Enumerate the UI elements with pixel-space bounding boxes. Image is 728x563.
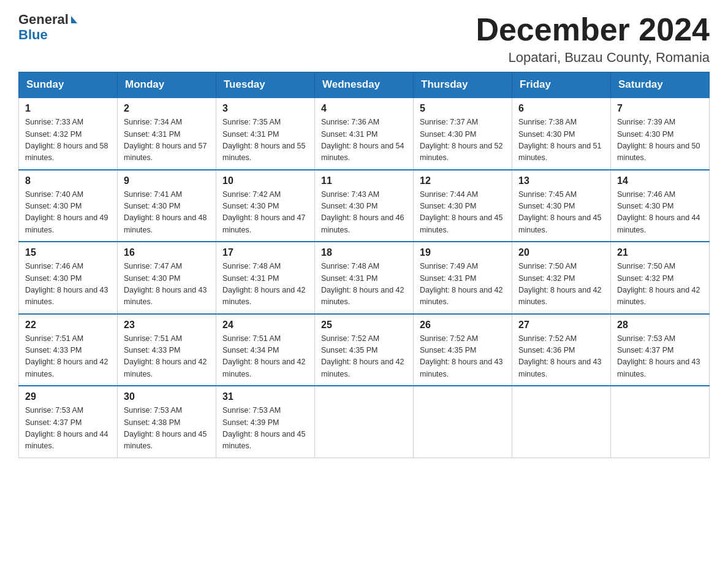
- day-info: Sunrise: 7:42 AMSunset: 4:30 PMDaylight:…: [222, 189, 308, 237]
- day-info: Sunrise: 7:52 AMSunset: 4:35 PMDaylight:…: [420, 333, 506, 381]
- day-info: Sunrise: 7:52 AMSunset: 4:36 PMDaylight:…: [518, 333, 604, 381]
- calendar-cell: 21Sunrise: 7:50 AMSunset: 4:32 PMDayligh…: [611, 242, 710, 314]
- day-number: 3: [222, 103, 308, 114]
- calendar-cell: 12Sunrise: 7:44 AMSunset: 4:30 PMDayligh…: [414, 170, 512, 242]
- calendar-cell: 20Sunrise: 7:50 AMSunset: 4:32 PMDayligh…: [512, 242, 611, 314]
- day-number: 21: [617, 247, 703, 258]
- day-number: 8: [25, 175, 111, 186]
- calendar-cell: 14Sunrise: 7:46 AMSunset: 4:30 PMDayligh…: [611, 170, 710, 242]
- day-info: Sunrise: 7:46 AMSunset: 4:30 PMDaylight:…: [617, 189, 703, 237]
- day-number: 17: [222, 247, 308, 258]
- calendar-cell: [512, 386, 611, 458]
- day-info: Sunrise: 7:33 AMSunset: 4:32 PMDaylight:…: [25, 117, 111, 164]
- week-row-5: 29Sunrise: 7:53 AMSunset: 4:37 PMDayligh…: [19, 386, 710, 458]
- day-info: Sunrise: 7:50 AMSunset: 4:32 PMDaylight:…: [617, 261, 703, 308]
- day-info: Sunrise: 7:37 AMSunset: 4:30 PMDaylight:…: [420, 117, 506, 164]
- day-number: 13: [518, 175, 604, 186]
- day-info: Sunrise: 7:41 AMSunset: 4:30 PMDaylight:…: [124, 189, 210, 237]
- calendar-cell: 5Sunrise: 7:37 AMSunset: 4:30 PMDaylight…: [414, 98, 512, 170]
- day-info: Sunrise: 7:34 AMSunset: 4:31 PMDaylight:…: [124, 117, 210, 164]
- day-number: 18: [321, 247, 407, 258]
- calendar-cell: 16Sunrise: 7:47 AMSunset: 4:30 PMDayligh…: [118, 242, 216, 314]
- day-info: Sunrise: 7:51 AMSunset: 4:33 PMDaylight:…: [25, 333, 111, 381]
- day-number: 15: [25, 247, 111, 258]
- day-info: Sunrise: 7:43 AMSunset: 4:30 PMDaylight:…: [321, 189, 407, 237]
- calendar-cell: 19Sunrise: 7:49 AMSunset: 4:31 PMDayligh…: [414, 242, 512, 314]
- calendar-cell: 31Sunrise: 7:53 AMSunset: 4:39 PMDayligh…: [216, 386, 315, 458]
- col-header-monday: Monday: [118, 72, 216, 98]
- calendar-cell: 29Sunrise: 7:53 AMSunset: 4:37 PMDayligh…: [19, 386, 118, 458]
- day-number: 31: [222, 391, 308, 402]
- calendar-cell: 8Sunrise: 7:40 AMSunset: 4:30 PMDaylight…: [19, 170, 118, 242]
- day-number: 10: [222, 175, 308, 186]
- day-number: 25: [321, 320, 407, 331]
- day-number: 12: [420, 175, 506, 186]
- week-row-2: 8Sunrise: 7:40 AMSunset: 4:30 PMDaylight…: [19, 170, 710, 242]
- calendar-cell: 18Sunrise: 7:48 AMSunset: 4:31 PMDayligh…: [315, 242, 414, 314]
- day-number: 14: [617, 175, 703, 186]
- day-info: Sunrise: 7:51 AMSunset: 4:34 PMDaylight:…: [222, 333, 308, 381]
- location: Lopatari, Buzau County, Romania: [476, 50, 710, 66]
- day-number: 23: [124, 320, 210, 331]
- col-header-thursday: Thursday: [414, 72, 512, 98]
- calendar-cell: 26Sunrise: 7:52 AMSunset: 4:35 PMDayligh…: [414, 314, 512, 386]
- day-info: Sunrise: 7:49 AMSunset: 4:31 PMDaylight:…: [420, 261, 506, 308]
- calendar-cell: 6Sunrise: 7:38 AMSunset: 4:30 PMDaylight…: [512, 98, 611, 170]
- calendar-table: SundayMondayTuesdayWednesdayThursdayFrid…: [18, 72, 710, 458]
- day-number: 1: [25, 103, 111, 114]
- calendar-cell: 22Sunrise: 7:51 AMSunset: 4:33 PMDayligh…: [19, 314, 118, 386]
- day-info: Sunrise: 7:45 AMSunset: 4:30 PMDaylight:…: [518, 189, 604, 237]
- calendar-cell: [611, 386, 710, 458]
- day-info: Sunrise: 7:48 AMSunset: 4:31 PMDaylight:…: [222, 261, 308, 308]
- calendar-cell: 23Sunrise: 7:51 AMSunset: 4:33 PMDayligh…: [118, 314, 216, 386]
- calendar-cell: 10Sunrise: 7:42 AMSunset: 4:30 PMDayligh…: [216, 170, 315, 242]
- day-number: 22: [25, 320, 111, 331]
- month-title: December 2024: [476, 12, 710, 47]
- day-number: 28: [617, 320, 703, 331]
- calendar-cell: 17Sunrise: 7:48 AMSunset: 4:31 PMDayligh…: [216, 242, 315, 314]
- day-info: Sunrise: 7:48 AMSunset: 4:31 PMDaylight:…: [321, 261, 407, 308]
- calendar-cell: 2Sunrise: 7:34 AMSunset: 4:31 PMDaylight…: [118, 98, 216, 170]
- day-info: Sunrise: 7:40 AMSunset: 4:30 PMDaylight:…: [25, 189, 111, 237]
- title-block: December 2024 Lopatari, Buzau County, Ro…: [476, 12, 710, 66]
- logo-triangle-icon: [71, 16, 77, 23]
- day-number: 26: [420, 320, 506, 331]
- calendar-cell: 25Sunrise: 7:52 AMSunset: 4:35 PMDayligh…: [315, 314, 414, 386]
- day-info: Sunrise: 7:51 AMSunset: 4:33 PMDaylight:…: [124, 333, 210, 381]
- logo-blue: Blue: [18, 27, 48, 43]
- logo: General Blue: [18, 12, 77, 43]
- day-number: 2: [124, 103, 210, 114]
- calendar-cell: 30Sunrise: 7:53 AMSunset: 4:38 PMDayligh…: [118, 386, 216, 458]
- calendar-cell: 24Sunrise: 7:51 AMSunset: 4:34 PMDayligh…: [216, 314, 315, 386]
- day-info: Sunrise: 7:47 AMSunset: 4:30 PMDaylight:…: [124, 261, 210, 308]
- day-number: 24: [222, 320, 308, 331]
- day-info: Sunrise: 7:50 AMSunset: 4:32 PMDaylight:…: [518, 261, 604, 308]
- day-info: Sunrise: 7:38 AMSunset: 4:30 PMDaylight:…: [518, 117, 604, 164]
- day-number: 11: [321, 175, 407, 186]
- day-info: Sunrise: 7:44 AMSunset: 4:30 PMDaylight:…: [420, 189, 506, 237]
- col-header-tuesday: Tuesday: [216, 72, 315, 98]
- day-number: 7: [617, 103, 703, 114]
- day-number: 16: [124, 247, 210, 258]
- page-header: General Blue December 2024 Lopatari, Buz…: [18, 12, 710, 66]
- day-info: Sunrise: 7:36 AMSunset: 4:31 PMDaylight:…: [321, 117, 407, 164]
- calendar-cell: 3Sunrise: 7:35 AMSunset: 4:31 PMDaylight…: [216, 98, 315, 170]
- calendar-cell: 13Sunrise: 7:45 AMSunset: 4:30 PMDayligh…: [512, 170, 611, 242]
- week-row-1: 1Sunrise: 7:33 AMSunset: 4:32 PMDaylight…: [19, 98, 710, 170]
- calendar-cell: 7Sunrise: 7:39 AMSunset: 4:30 PMDaylight…: [611, 98, 710, 170]
- header-row: SundayMondayTuesdayWednesdayThursdayFrid…: [19, 72, 710, 98]
- week-row-3: 15Sunrise: 7:46 AMSunset: 4:30 PMDayligh…: [19, 242, 710, 314]
- week-row-4: 22Sunrise: 7:51 AMSunset: 4:33 PMDayligh…: [19, 314, 710, 386]
- day-number: 4: [321, 103, 407, 114]
- day-info: Sunrise: 7:53 AMSunset: 4:37 PMDaylight:…: [617, 333, 703, 381]
- calendar-cell: 1Sunrise: 7:33 AMSunset: 4:32 PMDaylight…: [19, 98, 118, 170]
- logo-general: General: [18, 12, 69, 27]
- col-header-sunday: Sunday: [19, 72, 118, 98]
- day-number: 9: [124, 175, 210, 186]
- day-info: Sunrise: 7:53 AMSunset: 4:37 PMDaylight:…: [25, 405, 111, 453]
- day-number: 29: [25, 391, 111, 402]
- day-info: Sunrise: 7:46 AMSunset: 4:30 PMDaylight:…: [25, 261, 111, 308]
- day-info: Sunrise: 7:35 AMSunset: 4:31 PMDaylight:…: [222, 117, 308, 164]
- calendar-cell: 27Sunrise: 7:52 AMSunset: 4:36 PMDayligh…: [512, 314, 611, 386]
- day-number: 20: [518, 247, 604, 258]
